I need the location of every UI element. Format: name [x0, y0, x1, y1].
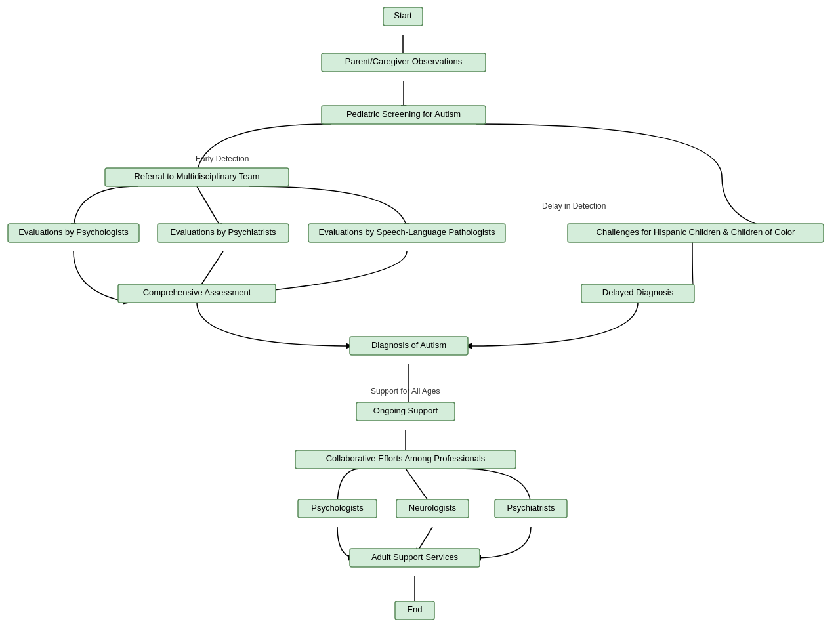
psychiatrists-label: Psychiatrists [507, 503, 555, 513]
neurologists-label: Neurologists [409, 503, 457, 513]
comprehensive-label: Comprehensive Assessment [143, 287, 251, 297]
end-label: End [407, 604, 422, 614]
eval-slp-label: Evaluations by Speech-Language Pathologi… [319, 227, 495, 237]
eval-psych2-label: Evaluations by Psychiatrists [170, 227, 276, 237]
ongoing-label: Ongoing Support [373, 406, 438, 415]
collaborative-label: Collaborative Efforts Among Professional… [326, 454, 486, 463]
psychologists-label: Psychologists [311, 503, 364, 513]
adult-label: Adult Support Services [371, 552, 459, 562]
start-label: Start [394, 11, 412, 20]
svg-text:Early Detection: Early Detection [196, 154, 249, 163]
pediatric-label: Pediatric Screening for Autism [346, 109, 461, 119]
delayed-label: Delayed Diagnosis [602, 287, 674, 297]
referral-label: Referral to Multidisciplinary Team [134, 171, 259, 181]
parent-label: Parent/Caregiver Observations [345, 56, 463, 66]
svg-text:Support for All Ages: Support for All Ages [371, 387, 440, 396]
diagnosis-label: Diagnosis of Autism [371, 340, 446, 350]
eval-psych-label: Evaluations by Psychologists [18, 227, 129, 237]
svg-text:Delay in Detection: Delay in Detection [542, 201, 606, 211]
challenges-label: Challenges for Hispanic Children & Child… [597, 227, 795, 237]
